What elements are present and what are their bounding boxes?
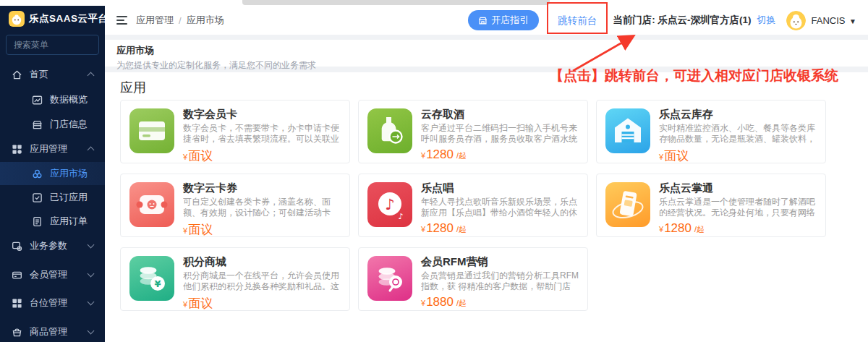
chart-icon	[32, 95, 43, 106]
app-window: 乐点SAAS云平台 首页 数据概览 门店信息 应用管理 应用市场	[0, 0, 868, 342]
currency-symbol: ¥	[183, 226, 187, 235]
chevron-down-icon	[88, 299, 95, 306]
params-icon	[12, 241, 22, 252]
chevron-down-icon	[88, 328, 95, 335]
search-menu-input[interactable]	[6, 35, 99, 55]
app-price: ¥ 1880 /起	[421, 295, 579, 309]
breadcrumb-current: 应用市场	[187, 14, 224, 27]
breadcrumb-separator: /	[179, 15, 182, 26]
top-strip	[0, 0, 868, 6]
topbar-right: 开店指引 跳转前台 当前门店: 乐点云-深圳官方店(1) 切换 FANCIS ▼	[468, 6, 856, 35]
app-market-icon	[32, 168, 43, 179]
app-logo[interactable]: 乐点SAAS云平台	[9, 11, 109, 27]
app-name: 数字会员卡	[183, 108, 341, 121]
app-price: ¥ 面议	[183, 221, 341, 237]
app-description: 会员营销是通过我们的营销分析工具RFM指数，获 得精准的客户数据，帮助门店更好的…	[421, 270, 579, 292]
chevron-up-icon	[88, 147, 95, 154]
collapse-menu-icon[interactable]	[116, 16, 127, 25]
app-price: ¥ 面议	[659, 148, 817, 163]
main-area: 应用管理 / 应用市场 开店指引 跳转前台 当前门店: 乐点云-深圳官方店(1)…	[105, 6, 868, 342]
currency-symbol: ¥	[183, 300, 187, 309]
app-name: 会员RFM营销	[421, 255, 579, 268]
chevron-up-icon	[88, 72, 95, 80]
app-price: ¥ 1280 /起	[421, 148, 579, 162]
content-panel: 应用 数字会员卡 数字会员卡，不需要带卡，办卡申请卡便捷省时，省去填表繁琐流程。…	[105, 72, 868, 342]
username-menu[interactable]: FANCIS ▼	[812, 15, 857, 26]
breadcrumb: 应用管理 / 应用市场	[116, 6, 224, 35]
breadcrumb-parent[interactable]: 应用管理	[136, 14, 174, 27]
app-price: ¥ 面议	[183, 148, 341, 163]
topbar: 应用管理 / 应用市场 开店指引 跳转前台 当前门店: 乐点云-深圳官方店(1)…	[105, 6, 868, 35]
app-card-palm-connect[interactable]: 乐点云掌通 乐点云掌通是一个使管理者随时了解酒吧的经营状况。无论身处何地，只要有…	[596, 174, 826, 237]
sidebar-item-goods-management[interactable]: 商品管理	[0, 320, 105, 342]
sidebar-item-store-info[interactable]: 门店信息	[0, 113, 105, 136]
points-mall-app-icon: ¥	[129, 256, 174, 301]
app-description: 积分商城是一个在线平台，允许会员使用他们累积的积分兑换各种奖励和礼品。这些奖励可…	[183, 270, 341, 292]
svg-text:♪: ♪	[385, 196, 394, 213]
app-description: 实时精准监控酒水、小吃、餐具等各类库存物品数量，无论是瓶装酒、罐装饮料，还是特色…	[659, 123, 817, 145]
app-card-cloud-inventory[interactable]: 乐点云库存 实时精准监控酒水、小吃、餐具等各类库存物品数量，无论是瓶装酒、罐装饮…	[596, 100, 826, 163]
storefront-icon	[478, 16, 488, 25]
currency-symbol: ¥	[421, 225, 425, 234]
sidebar-search[interactable]	[6, 35, 99, 55]
annotation-text: 【点击】跳转前台，可进入相对应门店收银系统	[550, 67, 838, 85]
mobile-palm-app-icon	[605, 182, 650, 227]
sidebar-item-subscribed-apps[interactable]: 已订应用	[0, 186, 105, 209]
sidebar-item-business-params[interactable]: 业务参数	[0, 234, 105, 257]
app-card-ledian-sing[interactable]: ♪♪ 乐点唱 年轻人寻找点歌听音乐新娱乐场景，乐点新应用【乐点唱】带给小酒馆年轻…	[358, 174, 588, 237]
switch-store-link[interactable]: 切换	[757, 14, 776, 27]
app-cards-grid: 数字会员卡 数字会员卡，不需要带卡，办卡申请卡便捷省时，省去填表繁琐流程。可以关…	[120, 100, 826, 311]
document-icon	[32, 216, 43, 227]
app-card-digital-coupon[interactable]: 数字云卡券 可自定义创建各类卡券，涵盖名称、面额、有效期，设计随心；可创建活动卡…	[120, 174, 350, 237]
app-description: 可自定义创建各类卡券，涵盖名称、面额、有效期，设计随心；可创建活动卡券；消费时扫…	[183, 197, 341, 218]
sidebar-item-app-orders[interactable]: 应用订单	[0, 210, 105, 233]
coupon-app-icon	[129, 182, 174, 227]
page-title: 应用市场	[116, 44, 856, 57]
jump-to-front-link[interactable]: 跳转前台	[558, 15, 597, 26]
sidebar-item-app-market[interactable]: 应用市场	[0, 162, 105, 185]
open-store-guide-button[interactable]: 开店指引	[468, 10, 539, 30]
app-card-cloud-wine-storage[interactable]: 云存取酒 客户通过平台二维码扫一扫输入手机号来呼叫服务员存酒，服务员收取客户酒水…	[358, 100, 588, 163]
app-card-points-mall[interactable]: ¥ 积分商城 积分商城是一个在线平台，允许会员使用他们累积的积分兑换各种奖励和礼…	[120, 247, 350, 311]
currency-symbol: ¥	[659, 225, 663, 234]
rfm-analytics-app-icon	[367, 256, 412, 301]
svg-text:¥: ¥	[154, 278, 161, 289]
app-card-member-rfm[interactable]: 会员RFM营销 会员营销是通过我们的营销分析工具RFM指数，获 得精准的客户数据…	[358, 247, 588, 311]
wine-storage-app-icon	[367, 108, 412, 153]
member-card-app-icon	[129, 108, 174, 153]
currency-symbol: ¥	[421, 299, 425, 307]
sidebar-item-data-overview[interactable]: 数据概览	[0, 88, 105, 111]
dropdown-caret-icon: ▼	[849, 17, 856, 25]
app-description: 年轻人寻找点歌听音乐新娱乐场景，乐点新应用【乐点唱】带给小酒馆年轻人的休闲新体验…	[421, 197, 579, 218]
sidebar-item-table-management[interactable]: 台位管理	[0, 291, 105, 315]
app-name: 云存取酒	[421, 108, 579, 121]
sidebar-item-home[interactable]: 首页	[0, 63, 105, 86]
app-price: ¥ 面议	[183, 295, 341, 311]
app-grid-icon	[12, 144, 22, 155]
member-card-icon	[12, 270, 22, 281]
jump-front-wrapper: 跳转前台	[558, 14, 597, 27]
app-name: 数字云卡券	[183, 181, 341, 194]
app-name: 乐点云库存	[659, 108, 817, 121]
page-header: 应用市场 为您提供专业的定制化服务，满足您不同的业务需求	[105, 40, 868, 67]
app-card-digital-member-card[interactable]: 数字会员卡 数字会员卡，不需要带卡，办卡申请卡便捷省时，省去填表繁琐流程。可以关…	[120, 100, 350, 163]
app-name: 乐点云掌通	[659, 181, 817, 194]
home-icon	[12, 69, 22, 80]
sidebar: 乐点SAAS云平台 首页 数据概览 门店信息 应用管理 应用市场	[0, 6, 105, 342]
table-seats-icon	[12, 298, 22, 309]
app-description: 客户通过平台二维码扫一扫输入手机号来呼叫服务员存酒，服务员收取客户酒水统计到线下…	[421, 123, 579, 145]
user-avatar[interactable]	[786, 11, 806, 30]
app-name: 积分商城	[183, 255, 341, 268]
check-square-icon	[32, 192, 43, 203]
app-description: 乐点云掌通是一个使管理者随时了解酒吧的经营状况。无论身处何地，只要有网络连接，管…	[659, 197, 817, 218]
app-price: ¥ 1280 /起	[421, 221, 579, 236]
warehouse-app-icon	[605, 108, 650, 153]
currency-symbol: ¥	[659, 153, 663, 161]
sidebar-item-member-management[interactable]: 会员管理	[0, 263, 105, 286]
logo-mascot-icon	[9, 11, 25, 27]
current-store-label: 当前门店: 乐点云-深圳官方店(1)	[613, 14, 751, 27]
logo-text: 乐点SAAS云平台	[29, 12, 109, 25]
currency-symbol: ¥	[183, 153, 187, 161]
sidebar-item-app-management[interactable]: 应用管理	[0, 137, 105, 161]
music-app-icon: ♪♪	[367, 182, 412, 227]
